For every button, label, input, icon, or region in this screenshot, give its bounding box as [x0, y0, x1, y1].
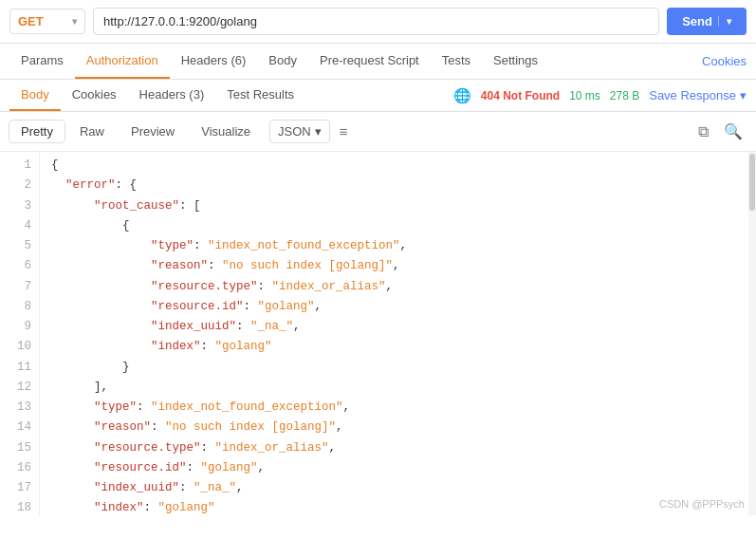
copy-icon[interactable]: ⧉: [694, 121, 712, 142]
top-bar: GET ▾ Send ▾: [0, 0, 756, 44]
format-preview-button[interactable]: Preview: [120, 121, 186, 142]
method-select[interactable]: GET ▾: [9, 9, 85, 34]
format-select-label: JSON: [278, 124, 311, 139]
json-body: 123456789101112131415161718192021 { "err…: [0, 152, 756, 515]
subtab-cookies[interactable]: Cookies: [61, 80, 128, 111]
format-raw-button[interactable]: Raw: [68, 121, 116, 142]
search-icon[interactable]: 🔍: [720, 121, 747, 142]
tab-tests[interactable]: Tests: [431, 44, 482, 79]
save-response-button[interactable]: Save Response ▾: [649, 88, 747, 102]
url-input[interactable]: [93, 8, 659, 35]
save-response-label: Save Response: [649, 88, 736, 102]
format-select[interactable]: JSON ▾: [269, 120, 330, 143]
globe-icon: 🌐: [453, 87, 471, 104]
nav-tabs: Params Authorization Headers (6) Body Pr…: [0, 44, 756, 80]
filter-icon: ≡: [340, 123, 348, 139]
status-area: 🌐 404 Not Found 10 ms 278 B Save Respons…: [453, 87, 747, 104]
tab-authorization[interactable]: Authorization: [75, 44, 170, 79]
tab-prerequest[interactable]: Pre-request Script: [308, 44, 431, 79]
response-size: 278 B: [610, 89, 639, 102]
subtab-testresults[interactable]: Test Results: [215, 80, 305, 111]
tab-params[interactable]: Params: [9, 44, 75, 79]
json-content: { "error": { "root_cause": [ { "type": "…: [40, 152, 748, 515]
method-label: GET: [18, 14, 44, 28]
tab-body[interactable]: Body: [257, 44, 308, 79]
subtab-body[interactable]: Body: [9, 80, 61, 111]
line-numbers: 123456789101112131415161718192021: [0, 152, 40, 515]
sub-tabs: Body Cookies Headers (3) Test Results 🌐 …: [0, 80, 756, 112]
format-pretty-button[interactable]: Pretty: [9, 121, 65, 142]
subtab-headers[interactable]: Headers (3): [128, 80, 216, 111]
status-badge: 404 Not Found: [481, 89, 560, 102]
send-button[interactable]: Send ▾: [667, 8, 747, 35]
response-time: 10 ms: [569, 89, 600, 102]
tab-headers[interactable]: Headers (6): [170, 44, 258, 79]
cookies-link[interactable]: Cookies: [702, 45, 747, 78]
format-bar: Pretty Raw Preview Visualize JSON ▾ ≡ ⧉ …: [0, 112, 756, 152]
method-chevron-icon: ▾: [72, 16, 77, 27]
format-right-actions: ⧉ 🔍: [694, 121, 747, 142]
send-label: Send: [682, 14, 712, 28]
tab-settings[interactable]: Settings: [482, 44, 549, 79]
watermark: CSDN @PPPsych: [659, 498, 745, 510]
send-chevron-icon: ▾: [718, 16, 731, 27]
scrollbar-thumb[interactable]: [749, 154, 755, 211]
save-response-chevron-icon: ▾: [740, 88, 747, 102]
scrollbar-track[interactable]: [748, 152, 756, 515]
format-select-chevron-icon: ▾: [315, 124, 322, 139]
format-visualize-button[interactable]: Visualize: [190, 121, 262, 142]
